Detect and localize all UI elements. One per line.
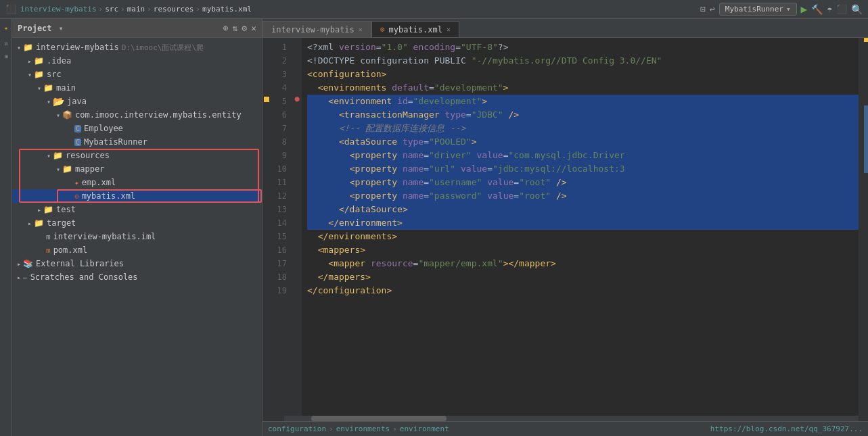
favorites-icon[interactable]: ★ [1,22,11,37]
iml-icon: m [46,233,51,241]
stop-icon[interactable]: ⬛ [836,4,847,14]
code-line-10: <property name="url" value="jdbc:mysql:/… [307,162,859,176]
tree-item-root[interactable]: ▾ 📁 interview-mybatis D:\imooc\面试课程\爬 [12,41,262,54]
tree-label-main: main [56,83,76,93]
run-config-selector[interactable]: MybatisRunner ▾ [719,3,797,16]
tree-item-scratches[interactable]: ▸ ✏ Scratches and Consoles [12,270,262,284]
search-icon[interactable]: 🔍 [851,4,863,15]
breadcrumb-project[interactable]: interview-mybatis [20,5,97,14]
run-config-dropdown-icon[interactable]: ▾ [786,5,791,14]
code-line-15: </environments> [307,230,859,243]
java-folder-icon: 📂 [53,96,64,107]
title-bar: ⬛ interview-mybatis › src › main › resou… [0,0,868,19]
tab-mybatis-xml[interactable]: ⚙ mybatis.xml ✕ [371,21,459,37]
code-line-1: <?xml version="1.0" encoding="UTF-8"?> [307,41,859,54]
tree-item-iml[interactable]: ▸ m interview-mybatis.iml [12,230,262,243]
tree-label-idea: .idea [47,56,71,66]
tree-item-extlibs[interactable]: ▸ 📚 External Libraries [12,257,262,270]
gutter: ● [292,38,302,421]
status-configuration[interactable]: configuration [268,425,326,433]
tree-path: D:\imooc\面试课程\爬 [122,43,204,53]
code-content[interactable]: <?xml version="1.0" encoding="UTF-8"?> <… [302,38,859,421]
tab-close-mybatis[interactable]: ✕ [447,26,451,33]
class-icon-employee: C [74,125,81,132]
app-icon: ⬛ [5,4,16,14]
code-line-5: <environment id="development"> [307,95,859,108]
tab-close-interview[interactable]: ✕ [359,26,363,33]
tree-label-resources: resources [66,151,110,160]
target-folder-icon: 📁 [34,218,44,228]
close-panel-icon[interactable]: ✕ [251,23,256,33]
tree-item-main[interactable]: ▾ 📁 main [12,81,262,95]
tree-label-employee: Employee [84,124,123,133]
right-gutter [859,38,868,421]
mapper-folder-icon: 📁 [62,164,72,174]
tree-item-empxml[interactable]: ▸ ✦ emp.xml [12,176,262,189]
line-numbers: 1234 5 678910 1112131415 16171819 [262,38,292,421]
tree-item-employee[interactable]: ▸ C Employee [12,122,262,135]
hierarchy-icon[interactable]: ⊞ [1,51,11,62]
resources-folder-icon: 📁 [53,151,63,160]
structure-icon[interactable]: ≡ [1,38,11,49]
expand-arrow-mapper: ▾ [54,166,62,173]
ext-libs-icon: 📚 [23,259,33,268]
build-icon[interactable]: 🔨 [811,4,823,15]
expand-all-icon[interactable]: ⇅ [233,23,238,33]
empxml-icon: ✦ [74,178,79,187]
scrollbar-thumb[interactable] [311,416,447,421]
tree-label-empxml: emp.xml [82,178,116,187]
code-line-12: <property name="password" value="root" /… [307,189,859,203]
expand-arrow-java: ▾ [45,98,53,105]
code-line-2: <!DOCTYPE configuration PUBLIC "-//mybat… [307,54,859,68]
tree-item-idea[interactable]: ▸ 📁 .idea [12,54,262,68]
expand-arrow: ▾ [15,44,23,51]
tree-item-java[interactable]: ▾ 📂 java [12,95,262,108]
status-environment[interactable]: environment [400,425,449,433]
status-environments[interactable]: environments [336,425,390,433]
code-line-13: </dataSource> [307,203,859,216]
tree-item-src[interactable]: ▾ 📁 src [12,68,262,81]
status-bar: configuration › environments › environme… [262,421,868,436]
tree-item-entity[interactable]: ▾ 📦 com.imooc.interview.mybatis.entity [12,108,262,122]
tree-label-mybatisxml: mybatis.xml [82,191,135,201]
expand-arrow-extlibs: ▸ [15,260,23,268]
status-right-link[interactable]: https://blog.csdn.net/qq_367927... [710,425,863,433]
project-panel: Project ▾ ⊕ ⇅ ⚙ ✕ ▾ 📁 interview-mybatis … [12,19,262,436]
tree-item-resources[interactable]: ▾ 📁 resources [12,149,262,162]
title-bar-actions: ⊡ ↩ MybatisRunner ▾ ▶ 🔨 ☂ ⬛ 🔍 [700,3,863,16]
xml-tab-icon: ⚙ [380,25,385,34]
settings-icon[interactable]: ⚙ [242,23,247,33]
panel-title: Project [18,24,52,33]
file-tree: ▾ 📁 interview-mybatis D:\imooc\面试课程\爬 ▸ … [12,38,262,436]
locate-icon[interactable]: ⊕ [223,23,229,33]
tree-label-test: test [56,205,76,214]
tab-interview-mybatis[interactable]: interview-mybatis ✕ [262,21,371,37]
tree-label-src: src [47,70,62,79]
tree-item-mybatisrunner[interactable]: ▸ C MybatisRunner [12,135,262,149]
run-config-label: MybatisRunner [725,5,783,14]
panel-dropdown-icon[interactable]: ▾ [59,24,64,33]
panel-header: Project ▾ ⊕ ⇅ ⚙ ✕ [12,19,262,38]
breadcrumb-resources: resources [154,5,194,14]
tree-item-mapper[interactable]: ▾ 📁 mapper [12,162,262,176]
horizontal-scrollbar[interactable] [284,416,859,421]
window-icon-1[interactable]: ⊡ [700,4,706,14]
tab-label-interview: interview-mybatis [271,25,355,34]
csdn-link[interactable]: https://blog.csdn.net/qq_367927... [710,425,863,433]
tree-label-root: interview-mybatis [36,43,119,52]
tree-item-test[interactable]: ▸ 📁 test [12,203,262,216]
tree-label-scratches: Scratches and Consoles [30,272,138,282]
tree-label-java: java [67,97,87,106]
tree-item-pom[interactable]: ▸ m pom.xml [12,243,262,257]
breadcrumb-file: mybatis.xml [202,5,252,14]
tree-label-target: target [47,218,76,228]
run-icon[interactable]: ▶ [801,3,808,16]
tree-item-mybatisxml[interactable]: ▸ ⚙ mybatis.xml [12,189,262,203]
back-icon[interactable]: ↩ [710,4,715,14]
tree-item-target[interactable]: ▸ 📁 target [12,216,262,230]
coverage-icon[interactable]: ☂ [827,4,832,14]
panel-header-icons: ⊕ ⇅ ⚙ ✕ [223,23,256,33]
left-sidebar: ★ ≡ ⊞ [0,19,12,436]
idea-folder-icon: 📁 [34,56,44,66]
code-line-18: </mappers> [307,270,859,284]
